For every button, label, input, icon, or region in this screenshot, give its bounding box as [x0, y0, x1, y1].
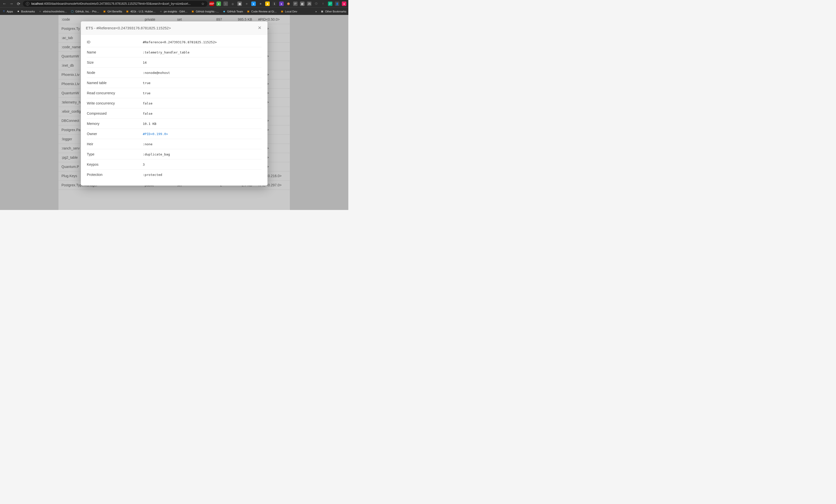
doc-icon[interactable]: ▦ [238, 1, 242, 6]
detail-value: true [143, 91, 151, 95]
github-inc-favicon: ◯ [71, 10, 74, 13]
detail-row: Compressedfalse [87, 109, 262, 119]
detail-label: Name [87, 50, 143, 54]
back-button[interactable]: ← [2, 1, 7, 6]
gh-insights-favicon: ▣ [191, 10, 194, 13]
apps-favicon: ⠿ [2, 10, 5, 13]
elixirschool-favicon: ○ [38, 10, 42, 13]
bookmark-elixirschool[interactable]: ○elixirschool/elixirs… [38, 10, 67, 13]
detail-value: false [143, 112, 153, 115]
detail-label: Size [87, 60, 143, 64]
bookmark-gh-benefits[interactable]: ▣GH Benefits [103, 10, 122, 13]
green-dot-icon[interactable]: ● [216, 1, 221, 6]
detail-label: Memory [87, 122, 143, 125]
bookmark-label: GitHub Insights -… [196, 10, 219, 13]
bookmark-label: GH Benefits [108, 10, 122, 13]
bookmark-local-dev[interactable]: ▣Local Dev [280, 10, 297, 13]
cookie-icon[interactable]: 🍪 [286, 1, 291, 6]
folder-icon: ▣ [320, 10, 324, 13]
blue-dot-icon[interactable]: ● [251, 1, 256, 6]
purple-icon[interactable]: ● [279, 1, 284, 6]
detail-value: false [143, 101, 153, 105]
bookmarks-favicon: ★ [16, 10, 20, 13]
code-review-favicon: ▣ [247, 10, 250, 13]
detail-value: 14 [143, 61, 147, 64]
detail-value: :nonode@nohost [143, 71, 170, 75]
bookmark-label: elixirschool/elixirs… [43, 10, 67, 13]
detail-row: Size14 [87, 57, 262, 68]
modal-header: ETS - #Reference<0.247393176.8781825.115… [81, 21, 267, 35]
site-info-icon[interactable]: i [26, 2, 30, 5]
info-icon[interactable]: ⓘ [314, 1, 319, 6]
js-icon[interactable]: JS [307, 1, 311, 6]
pink-icon[interactable]: ● [342, 1, 346, 6]
bookmark-label: Apps [7, 10, 13, 13]
atom-icon[interactable]: ⚛ [244, 1, 249, 6]
gh-benefits-favicon: ▣ [103, 10, 106, 13]
snow-icon[interactable]: ❄ [258, 1, 263, 6]
star-icon[interactable]: ☆ [201, 2, 205, 6]
gh-team-favicon: ◆ [223, 10, 226, 13]
badge-icon[interactable]: 1 [272, 1, 277, 6]
bookmark-gh-team[interactable]: ◆GitHub Team [223, 10, 243, 13]
detail-value: true [143, 81, 151, 85]
gray-circle-icon[interactable]: ○ [224, 1, 228, 6]
detail-value[interactable]: #PID<0.199.0> [143, 132, 168, 136]
detail-row: Memory10.1 KB [87, 119, 262, 129]
bookmark-github-inc[interactable]: ◯GitHub, Inc. - Pro… [71, 10, 99, 13]
bookmark-apps[interactable]: ⠿Apps [2, 10, 13, 13]
yellow-sq-icon[interactable]: ■ [265, 1, 270, 6]
spiral-icon[interactable]: ◎ [230, 1, 235, 6]
close-icon[interactable]: ✕ [256, 25, 263, 31]
modal-body: ID#Reference<0.247393176.8781825.115252>… [81, 35, 267, 186]
local-dev-favicon: ▣ [280, 10, 284, 13]
detail-row: Type:duplicate_bag [87, 149, 262, 159]
detail-row: Read concurrencytrue [87, 88, 262, 98]
detail-row: Node:nonode@nohost [87, 68, 262, 78]
modal-overlay[interactable]: ETS - #Reference<0.247393176.8781825.115… [0, 15, 348, 210]
detail-row: Write concurrencyfalse [87, 98, 262, 109]
bookmark-label: 401k - U.S. Hubbe… [130, 10, 156, 13]
bookmark-pe-insights[interactable]: ○pe-insights · GitH… [159, 10, 187, 13]
bookmark-code-review[interactable]: ▣Code Review at Gi… [247, 10, 277, 13]
detail-label: Keypos [87, 162, 143, 167]
detail-label: Compressed [87, 112, 143, 115]
bookmark-bookmarks[interactable]: ★Bookmarks [16, 10, 35, 13]
detail-label: Write concurrency [87, 101, 143, 105]
detail-value: :protected [143, 173, 162, 177]
detail-label: Read concurrency [87, 91, 143, 95]
other-bookmarks[interactable]: ▣ Other Bookmarks [320, 10, 346, 13]
ip-icon[interactable]: IP [293, 1, 298, 6]
abp-icon[interactable]: ABP [209, 1, 214, 6]
detail-label: Type [87, 152, 143, 156]
modal-title: ETS - #Reference<0.247393176.8781825.115… [86, 26, 171, 30]
bookmark-label: Bookmarks [21, 10, 35, 13]
ets-detail-modal: ETS - #Reference<0.247393176.8781825.115… [81, 21, 267, 186]
detail-row: Name:telemetry_handler_table [87, 47, 262, 57]
401k-favicon: ▣ [126, 10, 129, 13]
detail-value: :duplicate_bag [143, 153, 170, 156]
reload-button[interactable]: ⟳ [16, 1, 21, 6]
detail-value: 3 [143, 163, 145, 167]
gray-square-icon[interactable]: ◧ [300, 1, 305, 6]
detail-row: Keypos3 [87, 159, 262, 170]
url-bar[interactable]: i localhost:4000/dashboard/nonode%40noho… [23, 1, 208, 7]
bookmark-label: GitHub Team [227, 10, 243, 13]
detail-row: ID#Reference<0.247393176.8781825.115252> [87, 37, 262, 47]
detail-row: Owner#PID<0.199.0> [87, 129, 262, 139]
url-text: localhost:4000/dashboard/nonode%40nohost… [31, 2, 199, 5]
detail-value: 10.1 KB [143, 122, 156, 125]
forward-button[interactable]: → [9, 1, 14, 6]
detail-label: Owner [87, 132, 143, 136]
detail-label: Heir [87, 142, 143, 146]
browser-toolbar: ← → ⟳ i localhost:4000/dashboard/nonode%… [0, 0, 348, 7]
bookmark-overflow[interactable]: » [315, 10, 317, 13]
detail-value: :none [143, 142, 153, 146]
bookmark-gh-insights[interactable]: ▣GitHub Insights -… [191, 10, 219, 13]
bookmark-401k[interactable]: ▣401k - U.S. Hubbe… [126, 10, 156, 13]
detail-label: ID [87, 40, 143, 44]
cal-icon[interactable]: 27 [328, 1, 332, 6]
bookmark-label: pe-insights · GitH… [164, 10, 187, 13]
avatar-icon[interactable]: 👤 [335, 1, 339, 6]
dots-icon[interactable]: ⠇ [321, 1, 325, 6]
